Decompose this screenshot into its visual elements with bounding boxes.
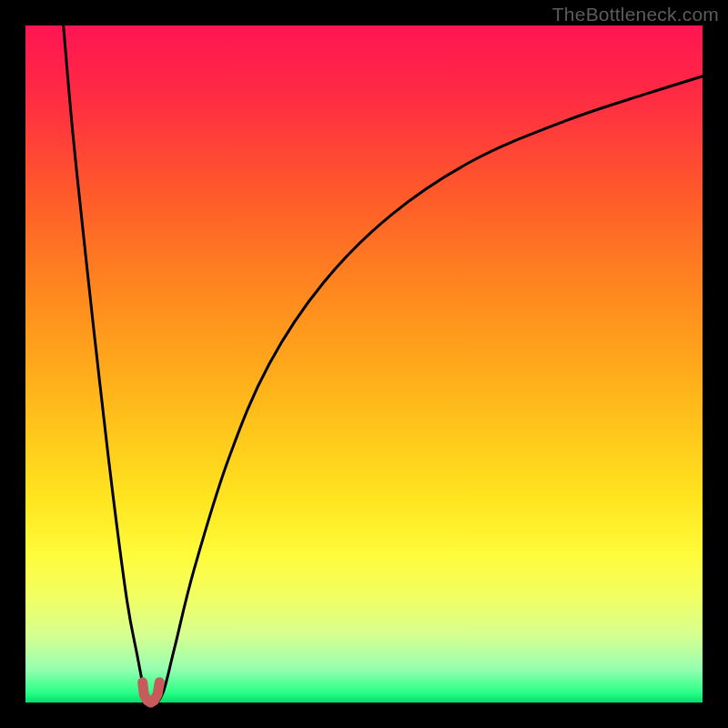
left-branch-curve <box>64 25 149 703</box>
right-branch-curve <box>157 76 703 703</box>
chart-frame: TheBottleneck.com <box>0 0 728 728</box>
bottom-marker <box>143 682 160 703</box>
curve-layer <box>25 25 703 703</box>
plot-area <box>25 25 703 703</box>
watermark-text: TheBottleneck.com <box>552 4 719 25</box>
